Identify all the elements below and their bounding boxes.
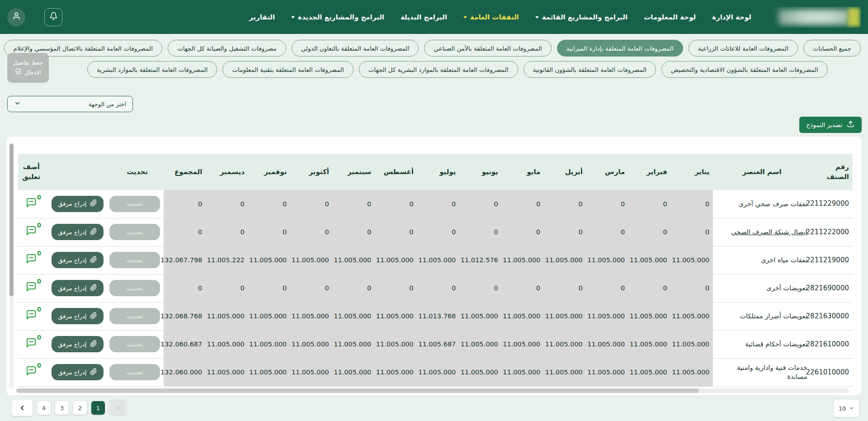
nav-item[interactable]: التقارير xyxy=(249,13,275,21)
paperclip-icon xyxy=(90,228,97,237)
add-comment-button[interactable]: 0 xyxy=(25,365,38,378)
pagination: 4321 xyxy=(12,400,127,416)
insert-attachment-button[interactable]: إدراج مرفق xyxy=(52,308,104,324)
row-item-name: خدمات فنية وادارية وامنية مساندة xyxy=(713,358,811,386)
column-header-update: تحديث xyxy=(111,154,164,190)
filter-chip[interactable]: المصروفات العامة المتعلقة بالتعاون الدول… xyxy=(292,40,419,57)
update-button[interactable]: تحديث xyxy=(109,280,160,296)
page-size-select[interactable]: 10 xyxy=(834,400,859,417)
item-name-link[interactable]: إيصال شبكة الصرف الصحي xyxy=(731,228,807,236)
filter-chip[interactable]: المصروفات العامة المتعلقة بتقنية المعلوم… xyxy=(222,61,353,78)
checkbox-icon xyxy=(15,68,22,78)
horizontal-scrollbar[interactable] xyxy=(16,388,849,393)
insert-attachment-label: إدراج مرفق xyxy=(58,369,86,376)
month-value-12: 11.005.000 xyxy=(206,358,248,386)
expenses-table-card: رقم الصنفاسم العنصرينايرفبرايرمارسأبريلم… xyxy=(6,137,862,395)
month-value-1: 11.005.000 xyxy=(671,358,713,386)
vertical-scrollbar-thumb[interactable] xyxy=(9,144,14,296)
nav-item-label: النفقات العامة xyxy=(470,13,519,21)
comment-count-badge: 0 xyxy=(37,249,41,258)
month-value-2: 11.005.000 xyxy=(628,246,671,274)
update-button[interactable]: تحديث xyxy=(109,224,160,240)
table-row: 2821630000تعويضات أضرار ممتلكات11.005.00… xyxy=(18,302,853,330)
page-button-1[interactable]: 1 xyxy=(91,401,105,415)
account-filters: جميع الحساباتالمصروفات العامة للاعانات ا… xyxy=(0,34,868,78)
add-comment-button[interactable]: 0 xyxy=(25,253,38,266)
insert-attachment-button[interactable]: إدراج مرفق xyxy=(52,196,104,212)
month-value-2: 0 xyxy=(628,190,671,218)
vertical-scrollbar[interactable] xyxy=(9,142,14,388)
page-size-value: 10 xyxy=(839,405,846,412)
month-value-11: 0 xyxy=(248,190,291,218)
table-row: 2821690000تعويضات أخرى0000000000000تحديث… xyxy=(18,274,853,302)
attach-cell: إدراج مرفق xyxy=(44,274,111,302)
insert-attachment-button[interactable]: إدراج مرفق xyxy=(52,224,104,240)
filter-chip[interactable]: المصروفات العامة المتعلقة بالشؤون الاقتص… xyxy=(661,61,828,78)
month-value-3: 11.005.000 xyxy=(586,330,629,358)
row-item-name: نفقات صرف صحي آخرى xyxy=(713,190,811,218)
month-value-4: 11.005.000 xyxy=(544,358,586,386)
nav-item[interactable]: لوحة المعلومات xyxy=(644,13,696,21)
insert-attachment-button[interactable]: إدراج مرفق xyxy=(52,364,104,380)
add-comment-button[interactable]: 0 xyxy=(25,197,38,210)
page-button-2[interactable]: 2 xyxy=(73,401,87,415)
filter-chip[interactable]: مصروفات التشغيل والصيانة كل الجهات xyxy=(168,40,286,57)
comment-bubble-icon xyxy=(25,342,37,350)
add-comment-button[interactable]: 0 xyxy=(25,337,38,350)
month-value-10: 0 xyxy=(290,274,333,302)
add-comment-button[interactable]: 0 xyxy=(25,281,38,294)
top-navbar: لوحة الإدارةلوحة المعلوماتالبرامج والمشا… xyxy=(0,0,868,34)
month-value-12: 11.005.000 xyxy=(206,330,248,358)
page-button-4[interactable]: 4 xyxy=(37,401,51,415)
comment-bubble-icon xyxy=(25,230,37,237)
nav-item[interactable]: لوحة الإدارة xyxy=(712,13,751,21)
notifications-button[interactable] xyxy=(44,8,62,26)
update-button[interactable]: تحديث xyxy=(109,196,160,212)
update-button[interactable]: تحديث xyxy=(109,336,160,352)
month-value-11: 11.005.000 xyxy=(248,358,291,386)
update-button[interactable]: تحديث xyxy=(109,252,160,268)
nav-item-active[interactable]: النفقات العامة xyxy=(463,13,519,21)
comment-cell: 0 xyxy=(18,218,44,246)
nav-item[interactable]: البرامج البديلة xyxy=(401,13,447,21)
user-avatar-button[interactable] xyxy=(7,8,25,26)
previous-page-button[interactable] xyxy=(12,400,33,416)
month-value-8: 11.005.000 xyxy=(375,246,417,274)
save-entry-details-button[interactable]: حفظ تفاصيل الادخال xyxy=(7,53,49,83)
filter-chip[interactable]: المصروفات العامة المتعلقة بالشؤون القانو… xyxy=(524,61,656,78)
page-button-3[interactable]: 3 xyxy=(55,401,69,415)
destination-select[interactable]: اختر من الوجهة xyxy=(7,96,133,112)
insert-attachment-label: إدراج مرفق xyxy=(58,257,86,264)
month-value-3: 11.005.000 xyxy=(586,358,629,386)
nav-item[interactable]: البرامج والمشاريع القائمة xyxy=(535,13,627,21)
update-cell: تحديث xyxy=(111,330,164,358)
comment-bubble-icon xyxy=(25,202,37,209)
chevron-down-icon xyxy=(849,405,854,412)
filter-chip[interactable]: المصروفات العامة للاعانات الزراعية xyxy=(689,40,798,57)
filter-chip[interactable]: المصروفات العامة المتعلقة بالأمن الصناعي xyxy=(424,40,552,57)
column-header-month-3: مارس xyxy=(586,154,629,190)
month-value-9: 0 xyxy=(333,274,375,302)
select-row: اختر من الوجهة xyxy=(0,96,868,112)
insert-attachment-button[interactable]: إدراج مرفق xyxy=(52,336,104,352)
filter-chip[interactable]: المصروفات العامة المتعلقة بالموارد البشر… xyxy=(359,61,518,78)
update-button[interactable]: تحديث xyxy=(109,308,160,324)
month-value-11: 0 xyxy=(248,218,291,246)
month-value-2: 11.005.000 xyxy=(628,330,671,358)
add-comment-button[interactable]: 0 xyxy=(25,309,38,322)
item-name-text: تعويضات أضرار ممتلكات xyxy=(740,312,807,320)
update-button[interactable]: تحديث xyxy=(109,364,160,380)
next-page-button[interactable] xyxy=(109,400,127,416)
filter-chip[interactable]: جميع الحسابات xyxy=(803,40,861,57)
nav-item[interactable]: البرامج والمشاريع الجديدة xyxy=(291,13,384,21)
item-name-text: نفقات صرف صحي آخرى xyxy=(738,200,807,208)
horizontal-scrollbar-thumb[interactable] xyxy=(16,388,699,393)
add-comment-button[interactable]: 0 xyxy=(25,225,38,238)
update-cell: تحديث xyxy=(111,218,164,246)
insert-attachment-button[interactable]: إدراج مرفق xyxy=(52,252,104,268)
filter-chip-selected[interactable]: المصروفات العامة المتعلقة بإدارة الميزان… xyxy=(557,40,683,57)
insert-attachment-button[interactable]: إدراج مرفق xyxy=(52,280,104,296)
filter-chip[interactable]: المصروفات العامة المتعلقة بالموارد البشر… xyxy=(87,61,217,78)
month-value-2: 0 xyxy=(628,218,671,246)
export-template-button[interactable]: تصدير النموذج xyxy=(799,117,862,133)
